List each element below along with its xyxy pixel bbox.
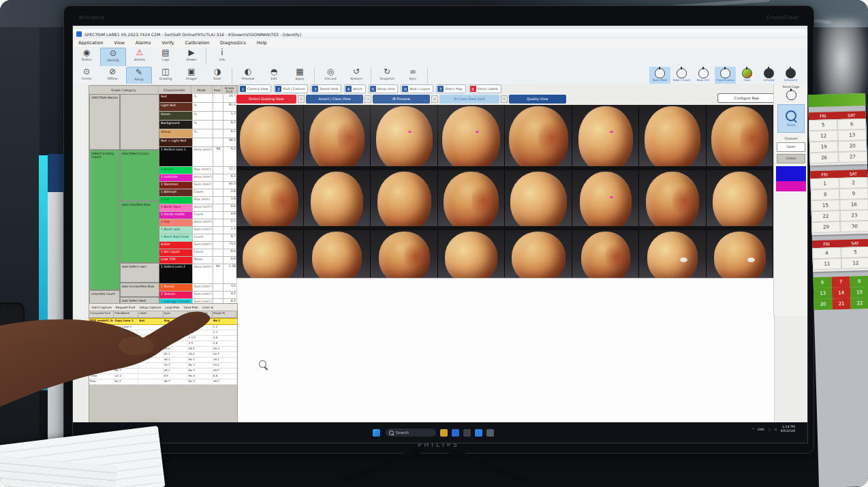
fruit-cell[interactable] <box>438 230 506 278</box>
toolbar-snapshot-button[interactable]: ↻Snapshot <box>375 67 399 84</box>
characteristic-row[interactable]: Yellow%0.3 <box>159 129 237 138</box>
characteristic-row[interactable]: Green%1.3 <box>159 112 237 121</box>
characteristic-row[interactable]: 1 RussetSum (mm²)3.5 <box>159 284 237 292</box>
grade-group-spectrim-mach1[interactable]: SPECTRIM MACH1 <box>89 94 120 150</box>
tray-chevron-icon[interactable]: ^ <box>751 428 754 431</box>
capture-menu-start-capture[interactable]: Start Capture <box>89 306 114 309</box>
fruit-cell[interactable] <box>707 105 774 166</box>
tab-ir-class-data-split[interactable]: IR Class Data Split <box>439 95 499 104</box>
viewbtn-select-map[interactable]: 7Select Map <box>436 84 465 93</box>
grade-group-blank[interactable] <box>120 94 159 150</box>
viewbtn-blob-layers[interactable]: 6Blob / Layers <box>401 84 433 93</box>
taskbar-search[interactable]: Search <box>386 428 436 437</box>
fruit-cell[interactable] <box>304 170 371 226</box>
fruit-cell[interactable] <box>572 230 640 278</box>
grade-group-add-classified-blob[interactable]: Add Classified Blob <box>120 201 159 263</box>
fruit-cell[interactable] <box>505 170 572 226</box>
system-tray[interactable]: ^ ENG ◌ ◁ 1:14 PM 4/8/2024 <box>748 425 795 433</box>
capture-row[interactable]: Lane 2 (4) AvTube Lane 34.25x22.1 <box>89 330 237 336</box>
toolbar-online-button[interactable]: ⊙Online <box>74 67 99 84</box>
menu-item-diagnostics[interactable]: Diagnostics <box>215 40 251 46</box>
characteristic-row[interactable]: 1 TextureSum (mm²)4.2 <box>159 292 237 299</box>
menu-item-verify[interactable]: Verify <box>156 40 179 46</box>
fruit-cell[interactable] <box>304 105 371 166</box>
characteristic-row[interactable]: AntlerSum (mm²)73.4 <box>159 242 237 249</box>
view-infrared-2[interactable]: Infrared 2 <box>780 67 801 84</box>
characteristic-row[interactable]: 1 Black Bad DeadCount0.7 <box>159 234 237 242</box>
channel-swatch-blue[interactable] <box>776 166 806 181</box>
viewbtn-setup-view[interactable]: 5Setup View <box>369 84 399 93</box>
menu-item-alarms[interactable]: Alarms <box>130 40 157 46</box>
grade-group-defect-grading-import[interactable]: Defect Grading Import <box>89 150 120 290</box>
capture-row[interactable]: Lane 7Lane 2Aut36.1No 136.1 <box>89 358 237 363</box>
toolbar-info-button[interactable]: iInfo <box>210 48 234 65</box>
taskbar-clock[interactable]: 1:14 PM 4/8/2024 <box>780 425 795 433</box>
toolbar-preview-button[interactable]: ◐Preview <box>236 67 260 84</box>
capture-row[interactable]: TiredLot 28.9No 48.8 <box>89 374 237 379</box>
fruit-image-grid[interactable] <box>236 105 773 278</box>
characteristic-row[interactable]: 1 FlatArea (mm²)2.1 <box>159 219 237 227</box>
fruit-cell[interactable] <box>236 230 304 278</box>
fruit-cell[interactable] <box>236 105 304 166</box>
characteristic-row[interactable]: 1 BruiseMax (mm²)12.1 <box>159 167 237 174</box>
fruit-cell[interactable] <box>707 230 774 278</box>
toolbar-sizer-button[interactable]: ◑Sizer <box>205 67 230 84</box>
fruit-cell[interactable] <box>438 105 506 166</box>
characteristic-row[interactable]: Background%0.2 <box>159 121 237 129</box>
viewbtn-camera-view[interactable]: 1Camera View <box>238 84 271 93</box>
start-button[interactable] <box>373 429 380 437</box>
menu-item-calibration[interactable]: Calibration <box>180 40 215 46</box>
menu-item-help[interactable]: Help <box>251 40 273 46</box>
tab-index-box[interactable]: 4 <box>431 95 438 103</box>
tab-index-box[interactable]: 3 <box>365 95 371 103</box>
fruit-cell[interactable] <box>438 170 506 226</box>
grade-group-add-defect-lesn[interactable]: Add Defect Lesn <box>120 263 159 283</box>
zoom-tool-button[interactable]: Zoom <box>777 104 805 133</box>
fruit-cell[interactable] <box>505 230 572 278</box>
menu-item-view[interactable]: View <box>108 40 129 46</box>
characteristic-row[interactable]: 1 Defect Lesn 2Area (mm²)No1.38 <box>159 264 237 284</box>
characteristic-row[interactable]: 1 Perfect Lesn 1Area (mm²)989.2 <box>159 147 237 167</box>
capture-row[interactable]: v2_G7Copy Lane 21.7Test1.1 <box>89 325 237 330</box>
viewbtn-speed-view[interactable]: 3Speed View <box>311 84 341 93</box>
capture-menu-load-pres[interactable]: Load Pres <box>163 306 181 309</box>
toolbar-sync-button[interactable]: ∞Sync <box>401 67 425 84</box>
characteristic-row[interactable]: 1 CutMax (mm)3.8 <box>159 197 237 204</box>
view-base-int-[interactable]: Base (Int) <box>693 67 714 84</box>
capture-row[interactable]: PrevNo 736.7No 736.7 <box>89 379 237 385</box>
toolbar-status-button[interactable]: ◉Status <box>74 48 99 65</box>
view-color[interactable]: Color <box>737 67 758 84</box>
toolbar-setup-button[interactable]: ✎Setup <box>126 67 152 86</box>
characteristic-row[interactable]: 1 Blush spotSum (mm²)1.4 <box>159 227 237 234</box>
open-button[interactable]: Open <box>777 142 805 152</box>
grade-group-add-unclassified-blob[interactable]: Add Unclassified Blob <box>120 283 159 297</box>
tab-defect-grading-view[interactable]: Defect Grading View <box>236 95 296 104</box>
view-base-red-[interactable]: Base (Red) <box>649 67 670 84</box>
viewbtn-about[interactable]: 4About <box>344 84 366 93</box>
capture-menu-setup-capture[interactable]: Setup Capture <box>138 306 164 309</box>
fruit-cell[interactable] <box>371 170 438 226</box>
toolbar-apply-button[interactable]: ▦Apply <box>288 67 312 84</box>
fruit-cell[interactable] <box>505 105 572 166</box>
capture-row[interactable]: seedNo 726.1No 726.7 <box>89 368 237 374</box>
capture-menu-color-a[interactable]: Color A <box>200 306 215 309</box>
capture-row[interactable]: Lane 6Deep 142.140.242.7 <box>89 352 237 358</box>
characteristic-row[interactable]: 1 Blush SpotArea (mm²)0.6 <box>159 204 237 212</box>
view-infrared[interactable]: Infrared <box>758 67 779 84</box>
toolbar-discard-button[interactable]: ◎Discard <box>318 67 343 84</box>
viewbtn-vision-labels[interactable]: 8Vision Labels <box>469 84 501 93</box>
characteristic-row[interactable]: Leak TOPMean0.8 <box>159 257 237 264</box>
tab-index-box[interactable]: 2 <box>298 95 305 103</box>
taskbar-app-edge[interactable] <box>452 429 459 437</box>
toolbar-imager-button[interactable]: ▣Imager <box>179 67 204 84</box>
fruit-cell[interactable] <box>371 230 438 278</box>
fruit-cell[interactable] <box>572 170 640 226</box>
characteristic-row[interactable]: 1 LenticelsArea (mm²)0.3 <box>159 174 237 182</box>
fruit-cell[interactable] <box>639 230 707 278</box>
toolbar-alarms-button[interactable]: ⚠Alarms <box>127 48 152 65</box>
characteristic-row[interactable]: Red + Light Red98.2 <box>159 138 237 147</box>
fruit-map-canvas[interactable] <box>236 278 775 443</box>
taskbar-app-settings[interactable] <box>486 429 494 437</box>
menu-item-application[interactable]: Application <box>73 40 108 46</box>
capture-row[interactable]: readyNo 134.7No 134.2 <box>89 363 237 368</box>
